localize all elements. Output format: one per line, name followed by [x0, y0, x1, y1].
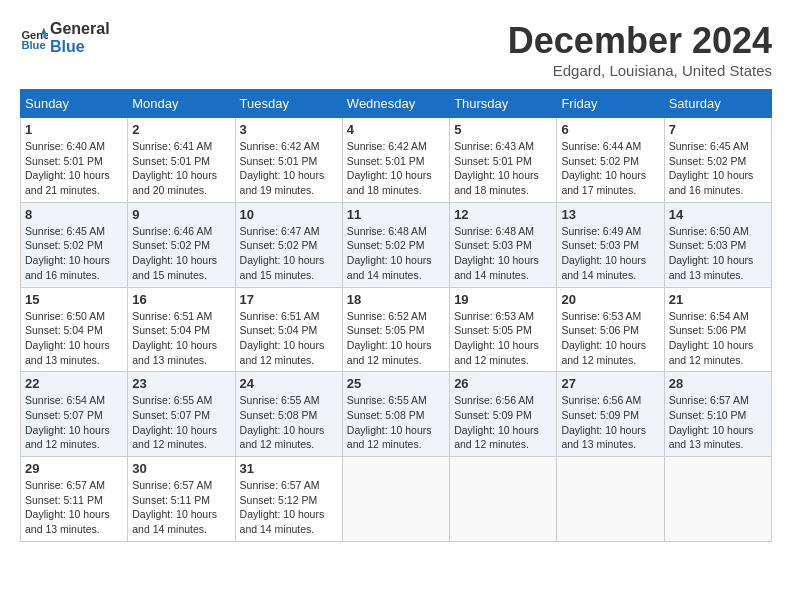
day-info: Sunrise: 6:56 AM Sunset: 5:09 PM Dayligh… [454, 393, 552, 452]
day-of-week-saturday: Saturday [664, 90, 771, 118]
calendar-cell: 12 Sunrise: 6:48 AM Sunset: 5:03 PM Dayl… [450, 202, 557, 287]
day-number: 4 [347, 122, 445, 137]
month-title: December 2024 [508, 20, 772, 62]
day-info: Sunrise: 6:55 AM Sunset: 5:07 PM Dayligh… [132, 393, 230, 452]
calendar-cell: 28 Sunrise: 6:57 AM Sunset: 5:10 PM Dayl… [664, 372, 771, 457]
day-number: 22 [25, 376, 123, 391]
calendar-cell: 11 Sunrise: 6:48 AM Sunset: 5:02 PM Dayl… [342, 202, 449, 287]
calendar-cell: 24 Sunrise: 6:55 AM Sunset: 5:08 PM Dayl… [235, 372, 342, 457]
day-info: Sunrise: 6:51 AM Sunset: 5:04 PM Dayligh… [240, 309, 338, 368]
day-info: Sunrise: 6:51 AM Sunset: 5:04 PM Dayligh… [132, 309, 230, 368]
day-info: Sunrise: 6:53 AM Sunset: 5:05 PM Dayligh… [454, 309, 552, 368]
day-number: 5 [454, 122, 552, 137]
day-info: Sunrise: 6:53 AM Sunset: 5:06 PM Dayligh… [561, 309, 659, 368]
day-number: 31 [240, 461, 338, 476]
day-number: 24 [240, 376, 338, 391]
day-number: 12 [454, 207, 552, 222]
day-number: 14 [669, 207, 767, 222]
day-number: 18 [347, 292, 445, 307]
day-info: Sunrise: 6:46 AM Sunset: 5:02 PM Dayligh… [132, 224, 230, 283]
day-info: Sunrise: 6:50 AM Sunset: 5:03 PM Dayligh… [669, 224, 767, 283]
day-info: Sunrise: 6:42 AM Sunset: 5:01 PM Dayligh… [347, 139, 445, 198]
day-of-week-tuesday: Tuesday [235, 90, 342, 118]
logo-general: General [50, 20, 110, 38]
calendar-cell: 25 Sunrise: 6:55 AM Sunset: 5:08 PM Dayl… [342, 372, 449, 457]
calendar-cell: 5 Sunrise: 6:43 AM Sunset: 5:01 PM Dayli… [450, 118, 557, 203]
day-number: 23 [132, 376, 230, 391]
calendar-cell: 1 Sunrise: 6:40 AM Sunset: 5:01 PM Dayli… [21, 118, 128, 203]
calendar-cell: 17 Sunrise: 6:51 AM Sunset: 5:04 PM Dayl… [235, 287, 342, 372]
calendar-cell: 23 Sunrise: 6:55 AM Sunset: 5:07 PM Dayl… [128, 372, 235, 457]
calendar: SundayMondayTuesdayWednesdayThursdayFrid… [20, 89, 772, 542]
day-info: Sunrise: 6:42 AM Sunset: 5:01 PM Dayligh… [240, 139, 338, 198]
calendar-cell: 6 Sunrise: 6:44 AM Sunset: 5:02 PM Dayli… [557, 118, 664, 203]
day-info: Sunrise: 6:54 AM Sunset: 5:06 PM Dayligh… [669, 309, 767, 368]
calendar-week-1: 1 Sunrise: 6:40 AM Sunset: 5:01 PM Dayli… [21, 118, 772, 203]
day-info: Sunrise: 6:55 AM Sunset: 5:08 PM Dayligh… [240, 393, 338, 452]
calendar-cell: 20 Sunrise: 6:53 AM Sunset: 5:06 PM Dayl… [557, 287, 664, 372]
calendar-cell: 30 Sunrise: 6:57 AM Sunset: 5:11 PM Dayl… [128, 457, 235, 542]
calendar-cell: 22 Sunrise: 6:54 AM Sunset: 5:07 PM Dayl… [21, 372, 128, 457]
logo-blue: Blue [50, 38, 110, 56]
calendar-cell: 7 Sunrise: 6:45 AM Sunset: 5:02 PM Dayli… [664, 118, 771, 203]
calendar-cell: 10 Sunrise: 6:47 AM Sunset: 5:02 PM Dayl… [235, 202, 342, 287]
day-info: Sunrise: 6:44 AM Sunset: 5:02 PM Dayligh… [561, 139, 659, 198]
calendar-week-2: 8 Sunrise: 6:45 AM Sunset: 5:02 PM Dayli… [21, 202, 772, 287]
day-info: Sunrise: 6:45 AM Sunset: 5:02 PM Dayligh… [25, 224, 123, 283]
logo: General Blue General Blue [20, 20, 110, 55]
day-of-week-wednesday: Wednesday [342, 90, 449, 118]
day-info: Sunrise: 6:57 AM Sunset: 5:10 PM Dayligh… [669, 393, 767, 452]
calendar-cell: 26 Sunrise: 6:56 AM Sunset: 5:09 PM Dayl… [450, 372, 557, 457]
day-number: 29 [25, 461, 123, 476]
day-number: 30 [132, 461, 230, 476]
day-number: 16 [132, 292, 230, 307]
calendar-cell: 16 Sunrise: 6:51 AM Sunset: 5:04 PM Dayl… [128, 287, 235, 372]
day-number: 9 [132, 207, 230, 222]
day-of-week-thursday: Thursday [450, 90, 557, 118]
day-number: 3 [240, 122, 338, 137]
day-info: Sunrise: 6:43 AM Sunset: 5:01 PM Dayligh… [454, 139, 552, 198]
day-info: Sunrise: 6:45 AM Sunset: 5:02 PM Dayligh… [669, 139, 767, 198]
day-info: Sunrise: 6:57 AM Sunset: 5:11 PM Dayligh… [25, 478, 123, 537]
calendar-cell: 19 Sunrise: 6:53 AM Sunset: 5:05 PM Dayl… [450, 287, 557, 372]
day-info: Sunrise: 6:48 AM Sunset: 5:03 PM Dayligh… [454, 224, 552, 283]
calendar-header-row: SundayMondayTuesdayWednesdayThursdayFrid… [21, 90, 772, 118]
day-of-week-friday: Friday [557, 90, 664, 118]
calendar-cell [342, 457, 449, 542]
day-info: Sunrise: 6:56 AM Sunset: 5:09 PM Dayligh… [561, 393, 659, 452]
calendar-cell [450, 457, 557, 542]
day-number: 17 [240, 292, 338, 307]
calendar-week-5: 29 Sunrise: 6:57 AM Sunset: 5:11 PM Dayl… [21, 457, 772, 542]
day-info: Sunrise: 6:55 AM Sunset: 5:08 PM Dayligh… [347, 393, 445, 452]
calendar-cell: 18 Sunrise: 6:52 AM Sunset: 5:05 PM Dayl… [342, 287, 449, 372]
day-number: 13 [561, 207, 659, 222]
day-number: 15 [25, 292, 123, 307]
day-number: 8 [25, 207, 123, 222]
header: General Blue General Blue December 2024 … [20, 20, 772, 79]
calendar-cell: 27 Sunrise: 6:56 AM Sunset: 5:09 PM Dayl… [557, 372, 664, 457]
day-info: Sunrise: 6:48 AM Sunset: 5:02 PM Dayligh… [347, 224, 445, 283]
day-info: Sunrise: 6:47 AM Sunset: 5:02 PM Dayligh… [240, 224, 338, 283]
day-number: 21 [669, 292, 767, 307]
day-of-week-sunday: Sunday [21, 90, 128, 118]
day-number: 10 [240, 207, 338, 222]
day-info: Sunrise: 6:40 AM Sunset: 5:01 PM Dayligh… [25, 139, 123, 198]
calendar-cell: 15 Sunrise: 6:50 AM Sunset: 5:04 PM Dayl… [21, 287, 128, 372]
calendar-cell [557, 457, 664, 542]
day-info: Sunrise: 6:49 AM Sunset: 5:03 PM Dayligh… [561, 224, 659, 283]
day-number: 19 [454, 292, 552, 307]
day-info: Sunrise: 6:54 AM Sunset: 5:07 PM Dayligh… [25, 393, 123, 452]
day-number: 25 [347, 376, 445, 391]
calendar-cell: 8 Sunrise: 6:45 AM Sunset: 5:02 PM Dayli… [21, 202, 128, 287]
day-info: Sunrise: 6:52 AM Sunset: 5:05 PM Dayligh… [347, 309, 445, 368]
calendar-cell: 21 Sunrise: 6:54 AM Sunset: 5:06 PM Dayl… [664, 287, 771, 372]
day-number: 7 [669, 122, 767, 137]
day-number: 11 [347, 207, 445, 222]
location: Edgard, Louisiana, United States [508, 62, 772, 79]
calendar-cell [664, 457, 771, 542]
day-info: Sunrise: 6:41 AM Sunset: 5:01 PM Dayligh… [132, 139, 230, 198]
day-number: 26 [454, 376, 552, 391]
day-number: 20 [561, 292, 659, 307]
calendar-cell: 13 Sunrise: 6:49 AM Sunset: 5:03 PM Dayl… [557, 202, 664, 287]
calendar-cell: 14 Sunrise: 6:50 AM Sunset: 5:03 PM Dayl… [664, 202, 771, 287]
